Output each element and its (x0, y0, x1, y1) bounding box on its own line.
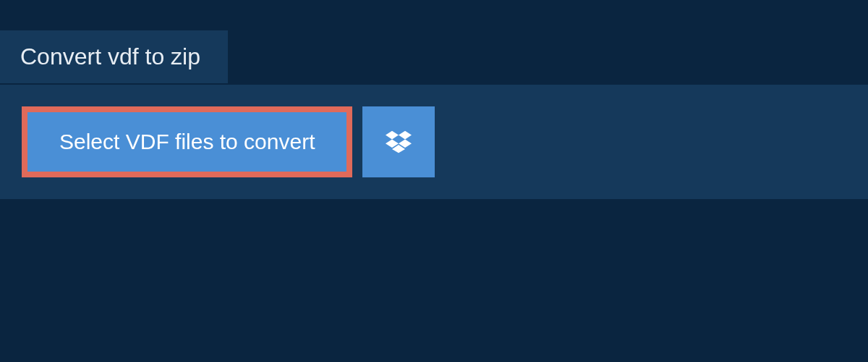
dropbox-button[interactable] (362, 106, 435, 177)
converter-panel: Select VDF files to convert (0, 85, 868, 199)
tab-convert[interactable]: Convert vdf to zip (0, 30, 228, 83)
button-row: Select VDF files to convert (22, 106, 846, 177)
converter-section: Convert vdf to zip Select VDF files to c… (0, 0, 868, 199)
tab-title: Convert vdf to zip (20, 43, 200, 70)
dropbox-icon (386, 130, 412, 153)
select-files-label: Select VDF files to convert (59, 130, 315, 154)
select-files-button[interactable]: Select VDF files to convert (22, 106, 352, 177)
